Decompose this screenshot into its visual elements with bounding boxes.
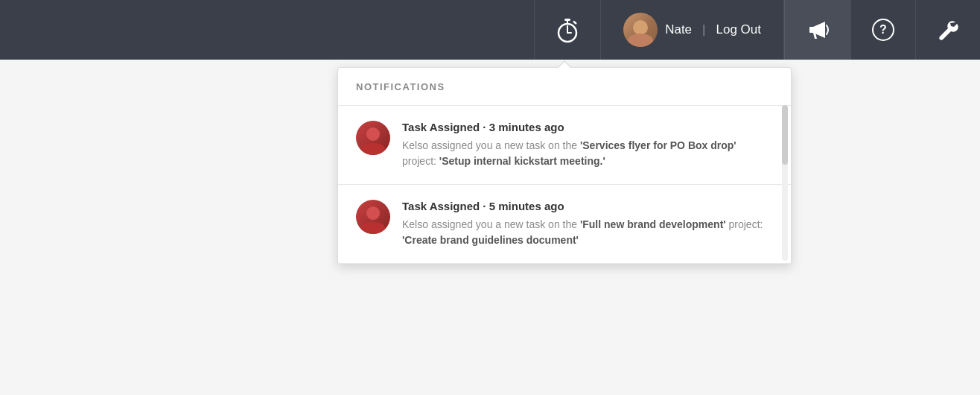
notifications-panel: NOTIFICATIONS Task Assigned · 3 minutes …: [337, 67, 792, 265]
svg-rect-2: [567, 21, 568, 24]
notification-avatar: [356, 200, 390, 234]
scrollbar-thumb[interactable]: [782, 105, 788, 165]
svg-rect-3: [573, 20, 577, 25]
help-nav-item[interactable]: ?: [850, 0, 915, 60]
settings-nav-item[interactable]: [915, 0, 980, 60]
notifications-nav-item[interactable]: [784, 0, 850, 60]
notification-content: Task Assigned · 5 minutes ago Kelso assi…: [402, 200, 773, 248]
navbar: Nate | Log Out ?: [0, 0, 980, 60]
timer-icon: [556, 16, 579, 43]
wrench-icon: [937, 19, 959, 41]
user-nav-item[interactable]: Nate | Log Out: [600, 0, 784, 60]
megaphone-icon: [806, 18, 830, 42]
notification-body: Kelso assigned you a new task on the 'Se…: [402, 138, 773, 169]
nav-items: Nate | Log Out ?: [534, 0, 980, 60]
notification-avatar: [356, 121, 390, 155]
svg-rect-7: [809, 27, 814, 33]
notification-item[interactable]: Task Assigned · 5 minutes ago Kelso assi…: [338, 185, 791, 264]
notification-title: Task Assigned · 3 minutes ago: [402, 121, 773, 133]
avatar: [623, 13, 658, 47]
notification-content: Task Assigned · 3 minutes ago Kelso assi…: [402, 121, 773, 169]
scrollbar-track[interactable]: [782, 105, 788, 261]
user-name: Nate: [665, 22, 692, 37]
separator: |: [702, 22, 705, 37]
help-icon: ?: [872, 19, 894, 41]
notification-title: Task Assigned · 5 minutes ago: [402, 200, 773, 212]
svg-rect-1: [564, 19, 570, 21]
notification-item[interactable]: Task Assigned · 3 minutes ago Kelso assi…: [338, 106, 791, 185]
notification-body: Kelso assigned you a new task on the 'Fu…: [402, 217, 773, 248]
notifications-title: NOTIFICATIONS: [356, 81, 445, 92]
logout-button[interactable]: Log Out: [716, 22, 762, 37]
notifications-header: NOTIFICATIONS: [338, 68, 791, 106]
timer-nav-item[interactable]: [534, 0, 600, 60]
